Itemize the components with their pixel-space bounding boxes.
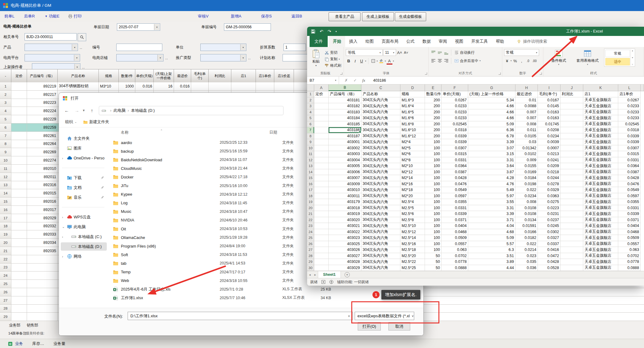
row-number[interactable]: 12 (0, 173, 11, 181)
cancel-button[interactable]: 取消 (388, 322, 410, 330)
row-number[interactable]: 1 (0, 82, 11, 90)
excel-cell[interactable]: M2*14 (400, 175, 425, 181)
excel-cell[interactable]: 0.0428 (538, 259, 561, 265)
excel-col-header-E[interactable]: E (425, 84, 442, 91)
excel-cell[interactable] (561, 187, 583, 193)
excel-cell[interactable]: 天卓五金旗舰店 (583, 133, 618, 139)
table-cell[interactable] (11, 123, 27, 131)
excel-col-header-D[interactable]: D (400, 84, 425, 91)
excel-cell[interactable] (314, 259, 329, 265)
table-cell[interactable] (27, 255, 58, 263)
excel-cell[interactable]: 0.0209 (538, 163, 561, 169)
table-cell[interactable] (11, 280, 27, 288)
row-number[interactable]: 10 (0, 156, 11, 164)
excel-cell[interactable]: M2*16 (400, 181, 425, 187)
excel-cell[interactable]: 天卓五金旗舰店 (583, 169, 618, 175)
excel-cell[interactable]: 0.0468 (442, 229, 468, 235)
excel-cell[interactable]: M1.6*6 (400, 115, 425, 121)
column-header[interactable]: 数量/件 (119, 69, 135, 83)
excel-cell[interactable]: 天卓五金旗舰店 (583, 241, 618, 247)
product-select[interactable]: ▾ (25, 44, 78, 51)
ribbon-tab-开始[interactable]: 开始 (329, 36, 345, 47)
excel-cell[interactable]: 3.07 (468, 145, 515, 151)
table-cell[interactable]: 892269 (27, 148, 58, 156)
excel-cell[interactable]: 100 (425, 205, 442, 211)
excel-row-header-8[interactable]: 8 (307, 133, 314, 139)
row-number[interactable]: 20 (0, 239, 11, 247)
tab-inventory[interactable]: 库存… (32, 341, 44, 346)
excel-cell[interactable]: 0.008 (515, 199, 538, 205)
excel-cell[interactable]: 304沉头内六角 (361, 211, 400, 217)
excel-cell[interactable]: 0.0315 (618, 151, 641, 157)
table-cell[interactable] (209, 82, 231, 90)
table-cell[interactable]: 892035 (27, 247, 58, 255)
excel-row-header-14[interactable]: 14 (307, 169, 314, 175)
excel-cell[interactable]: 50 (425, 253, 442, 259)
table-cell[interactable]: 892016 (27, 197, 58, 205)
excel-cell[interactable]: 0.0339 (618, 211, 641, 217)
excel-cell[interactable] (561, 175, 583, 181)
excel-cell[interactable]: 0.0557 (618, 241, 641, 247)
excel-cell[interactable]: 0.0244 (538, 175, 561, 181)
excel-cell[interactable]: 403010 (329, 187, 361, 193)
excel-cell[interactable]: M2*8 (400, 157, 425, 163)
table-cell[interactable] (11, 165, 27, 173)
excel-cell[interactable]: 0.0329 (538, 187, 561, 193)
excel-cell[interactable]: 产品名称 (361, 91, 400, 97)
back-button[interactable]: ← (64, 108, 69, 113)
excel-cell[interactable]: 304沉头内六角 (361, 199, 400, 205)
excel-cell[interactable]: 天卓五金旗舰店 (583, 139, 618, 145)
row-number[interactable]: 22 (0, 255, 11, 263)
excel-row-header-25[interactable]: 25 (307, 235, 314, 241)
table-cell[interactable] (11, 247, 27, 255)
excel-cell[interactable]: 403026 (329, 247, 361, 253)
excel-row-header-19[interactable]: 19 (307, 199, 314, 205)
excel-cell[interactable]: 403023 (329, 235, 361, 241)
excel-cell[interactable]: 4.66 (468, 103, 515, 109)
excel-cell[interactable]: 304沉头内六角 (361, 181, 400, 187)
excel-cell[interactable]: 天卓五金旗舰店 (583, 145, 618, 151)
table-cell[interactable]: 892010 (27, 165, 58, 173)
up-button[interactable]: ↑ (91, 108, 93, 113)
excel-cell[interactable]: 0.0509 (618, 235, 641, 241)
excel-cell[interactable]: 304沉头内六角 (361, 187, 400, 193)
excel-cell[interactable] (314, 151, 329, 157)
excel-cell[interactable]: 0.0888 (442, 265, 468, 271)
address-bar[interactable]: › 此电脑 › 本地磁盘 (D:) (99, 106, 283, 115)
excel-cell[interactable]: M2*5 (400, 145, 425, 151)
excel-cell[interactable]: 0.0339 (442, 211, 468, 217)
excel-cell[interactable]: 403029 (329, 265, 361, 271)
row-number[interactable]: 4 (0, 107, 11, 115)
excel-row-header-6[interactable]: 6 (307, 121, 314, 127)
excel-cell[interactable]: 3.64 (468, 163, 515, 169)
excel-cell[interactable] (561, 265, 583, 271)
excel-cell[interactable] (561, 121, 583, 127)
table-cell[interactable]: 892034 (27, 239, 58, 247)
excel-cell[interactable]: 天卓五金旗舰店 (583, 235, 618, 241)
excel-cell[interactable]: 304沉头内六角 (361, 109, 400, 115)
excel-cell[interactable] (561, 247, 583, 253)
ribbon-tab-审阅[interactable]: 审阅 (435, 36, 451, 47)
excel-cell[interactable]: M2*4 (400, 139, 425, 145)
excel-row-header-24[interactable]: 24 (307, 229, 314, 235)
table-cell[interactable] (11, 99, 27, 107)
table-cell[interactable] (11, 115, 27, 123)
excel-cell[interactable] (314, 253, 329, 259)
table-cell[interactable]: 892011 (27, 173, 58, 181)
open-button[interactable]: 打开(O) (358, 322, 381, 330)
excel-cell[interactable] (314, 265, 329, 271)
excel-cell[interactable]: 0.0234 (515, 193, 538, 199)
excel-cell[interactable]: (天猫) 上架一件价格 (468, 91, 515, 97)
sidebar-item-下载[interactable]: 下载 (61, 174, 107, 182)
excel-cell[interactable]: 天卓五金旗舰店 (583, 181, 618, 187)
excel-cell[interactable]: 0.0778 (442, 259, 468, 265)
tab-business-volume[interactable]: 业务量 (53, 341, 65, 346)
excel-cell[interactable]: 0.0233 (442, 103, 468, 109)
table-cell[interactable]: 892261 (27, 132, 58, 140)
row-number[interactable]: 25 (0, 280, 11, 288)
excel-cell[interactable]: 0.0355 (442, 199, 468, 205)
excel-cell[interactable]: M2.5*5 (400, 205, 425, 211)
excel-cell[interactable]: 0.0318 (442, 127, 468, 133)
row-number[interactable]: 19 (0, 230, 11, 238)
excel-cell[interactable]: 天卓五金旗舰店 (583, 253, 618, 259)
